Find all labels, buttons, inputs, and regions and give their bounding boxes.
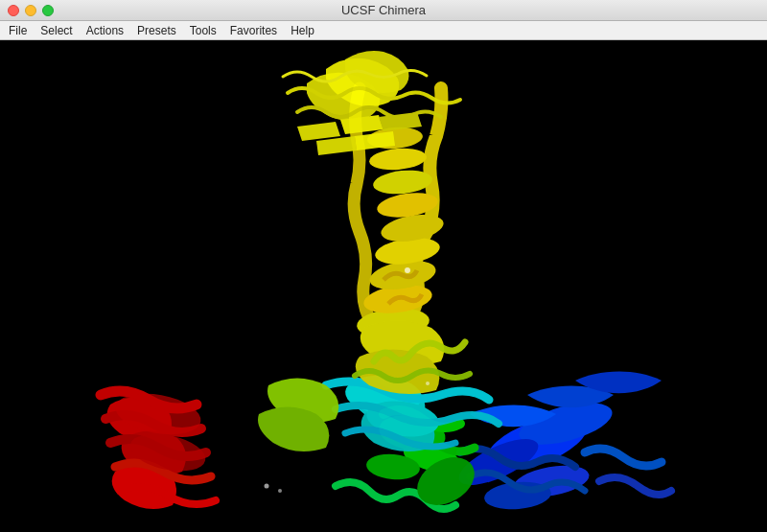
- menu-item-tools[interactable]: Tools: [183, 22, 223, 39]
- svg-point-25: [278, 489, 282, 493]
- menu-item-select[interactable]: Select: [34, 22, 79, 39]
- menu-item-favorites[interactable]: Favorites: [223, 22, 284, 39]
- close-button[interactable]: [8, 5, 19, 16]
- viewport[interactable]: [0, 40, 767, 532]
- menu-item-help[interactable]: Help: [284, 22, 321, 39]
- menu-item-presets[interactable]: Presets: [130, 22, 183, 39]
- maximize-button[interactable]: [42, 5, 54, 16]
- svg-point-24: [265, 484, 269, 489]
- menu-item-actions[interactable]: Actions: [80, 22, 130, 39]
- protein-structure: [0, 40, 767, 532]
- menu-bar: File Select Actions Presets Tools Favori…: [0, 21, 767, 40]
- svg-point-26: [426, 382, 430, 385]
- window-title: UCSF Chimera: [341, 3, 426, 17]
- title-bar: UCSF Chimera: [0, 0, 767, 21]
- svg-point-23: [405, 267, 410, 273]
- minimize-button[interactable]: [25, 5, 36, 16]
- menu-item-file[interactable]: File: [2, 22, 34, 39]
- traffic-lights: [8, 5, 54, 16]
